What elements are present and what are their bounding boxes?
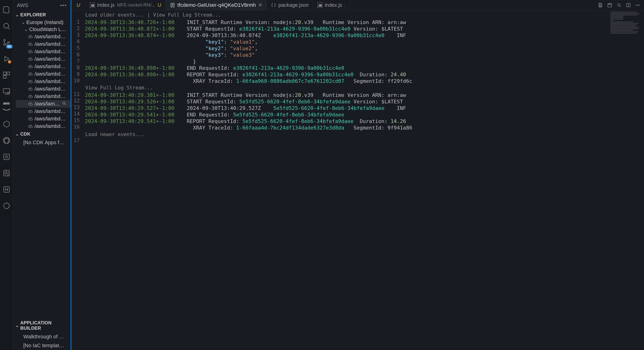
- log-file-icon: [170, 3, 175, 8]
- log-line[interactable]: [85, 139, 644, 145]
- svg-point-26: [638, 5, 638, 5]
- search-icon[interactable]: [616, 3, 622, 8]
- log-line[interactable]: 2024-09-30T13:40:29.526+-1:00 START Requ…: [85, 99, 644, 105]
- editor-tab[interactable]: JSindex.js.: [313, 0, 350, 10]
- svg-point-27: [639, 5, 640, 5]
- log-group-item[interactable]: /aws/lambda/tfc...: [16, 100, 71, 108]
- app-builder-item[interactable]: Walkthrough of Applic...: [13, 332, 71, 341]
- chevron-down-icon: ⌄: [24, 27, 28, 32]
- log-group-item[interactable]: /aws/lambda/test2-...: [16, 48, 71, 55]
- cloud-upload-icon: [28, 94, 33, 99]
- codelens-load-newer[interactable]: Load newer events...: [85, 131, 644, 139]
- log-line[interactable]: 2024-09-30T13:40:29.541+-1:00 END Reques…: [85, 112, 644, 118]
- cloud-upload-icon: [28, 49, 33, 54]
- tab-label: index.js: [97, 2, 115, 8]
- search-icon[interactable]: [62, 101, 68, 107]
- log-line[interactable]: XRAY TraceId: 1-66faaa4d-7bc24df134dade6…: [85, 125, 644, 131]
- code-content[interactable]: Load older events... | View Full Log Str…: [85, 10, 644, 350]
- log-group-label: /aws/lambda/tfcde...: [34, 93, 68, 99]
- editor-area: U JSindex.jsMFE-socket-RN/...Utfcdemo-Ge…: [71, 0, 644, 350]
- settings-gear-activity-icon[interactable]: [2, 152, 12, 162]
- minimap[interactable]: [609, 10, 644, 350]
- log-group-item[interactable]: /aws/lambda/TFC-A...: [16, 85, 71, 93]
- search-activity-icon[interactable]: [2, 21, 12, 31]
- log-group-label: /aws/lambda/TFC-A...: [34, 86, 68, 92]
- sidebar-more-icon[interactable]: •••: [60, 2, 67, 9]
- tab-label: index.js: [325, 2, 342, 8]
- log-line[interactable]: "key2": "value2",: [85, 45, 644, 52]
- log-line[interactable]: 2024-09-30T13:40:29.381+-1:00 INIT_START…: [85, 92, 644, 99]
- calendar-icon[interactable]: [607, 3, 612, 8]
- split-editor-icon[interactable]: [626, 3, 631, 8]
- hashicorp-activity-icon[interactable]: [2, 184, 12, 195]
- hex-activity-icon[interactable]: [2, 119, 12, 129]
- log-group-item[interactable]: /aws/lambda/unicre...: [16, 108, 71, 115]
- log-line[interactable]: 2024-09-30T13:36:40.874+-1:00 2024-09-30…: [85, 32, 644, 39]
- editor-body[interactable]: 1234567891011121314151617 Load older eve…: [71, 10, 644, 350]
- explorer-activity-icon[interactable]: [2, 5, 12, 15]
- unsaved-indicator-tab[interactable]: U: [71, 0, 86, 10]
- cdk-section-label: CDK: [20, 131, 30, 137]
- cloud-upload-icon: [28, 57, 33, 61]
- log-group-item[interactable]: /aws/lambda/Testc...: [16, 63, 71, 70]
- explorer-section-header[interactable]: ⌄ EXPLORER: [13, 11, 71, 19]
- github-activity-icon[interactable]: [2, 135, 12, 146]
- svg-rect-5: [7, 72, 10, 75]
- log-group-item[interactable]: /aws/lambda/test-o...: [16, 33, 71, 40]
- editor-tab[interactable]: tfcdemo-GetUser-q4QKeD1V8rmh✕: [166, 0, 267, 10]
- svg-point-8: [8, 92, 10, 94]
- aws-activity-icon[interactable]: aws: [2, 103, 12, 113]
- cdk-empty-text: [No CDK Apps found i...: [13, 138, 71, 147]
- terraform-activity-icon[interactable]: [2, 168, 12, 178]
- log-group-item[interactable]: /aws/lambda/us-ea...: [16, 115, 71, 123]
- log-group-item[interactable]: /aws/lambda/testco...: [16, 78, 71, 85]
- save-icon[interactable]: [598, 3, 603, 8]
- log-group-label: /aws/lambda/test-o...: [34, 34, 68, 40]
- more-icon[interactable]: [635, 3, 640, 8]
- cloudwatch-node[interactable]: ⌄ CloudWatch Logs: [16, 26, 71, 33]
- log-line[interactable]: XRAY TraceId: 1-66faa968-0886adb067c7e67…: [85, 78, 644, 85]
- log-group-label: /aws/lambda/testco...: [34, 78, 68, 85]
- log-group-item[interactable]: /aws/lambda/tfcde...: [16, 93, 71, 100]
- codelens-load-older[interactable]: Load older events... | View Full Log Str…: [85, 12, 644, 19]
- log-group-item[interactable]: /aws/lambda/zip-vs...: [16, 123, 71, 130]
- editor-tabs: U JSindex.jsMFE-socket-RN/...Utfcdemo-Ge…: [71, 0, 644, 10]
- editor-tab[interactable]: JSindex.jsMFE-socket-RN/...U: [86, 0, 166, 10]
- cloudwatch-label: CloudWatch Logs: [29, 26, 68, 33]
- svg-rect-21: [600, 5, 601, 6]
- log-group-item[interactable]: /aws/lambda/Testc...: [16, 55, 71, 63]
- app-builder-item: [No IaC templates fou...: [13, 341, 71, 350]
- log-line[interactable]: 2024-09-30T13:36:40.898+-1:00 END Reques…: [85, 65, 644, 71]
- log-group-item[interactable]: /aws/lambda/Testc...: [16, 70, 71, 78]
- log-line[interactable]: 2024-09-30T13:40:29.527+-1:00 2024-09-30…: [85, 105, 644, 112]
- chevron-down-icon: ⌄: [22, 20, 25, 25]
- remote-activity-icon[interactable]: [2, 86, 12, 97]
- source-control-activity-icon[interactable]: 56: [2, 37, 12, 48]
- log-group-label: /aws/lambda/unicre...: [34, 108, 68, 114]
- log-line[interactable]: 2024-09-30T13:36:40.898+-1:00 REPORT Req…: [85, 71, 644, 78]
- app-builder-section-header[interactable]: ⌄ APPLICATION BUILDER: [13, 319, 71, 332]
- log-line[interactable]: }: [85, 58, 644, 65]
- js-file-icon: JS: [317, 3, 322, 8]
- log-line[interactable]: 2024-09-30T13:40:29.541+-1:00 REPORT Req…: [85, 118, 644, 125]
- region-node[interactable]: ⌄ Europe (Ireland): [16, 19, 71, 26]
- log-line[interactable]: 2024-09-30T13:36:40.872+-1:00 START Requ…: [85, 26, 644, 32]
- close-icon[interactable]: ✕: [258, 2, 262, 8]
- svg-point-15: [63, 102, 65, 104]
- cloud-upload-icon: [28, 116, 33, 121]
- log-line[interactable]: 2024-09-30T13:36:40.726+-1:00 INIT_START…: [85, 19, 644, 26]
- log-group-label: /aws/lambda/Testc...: [34, 64, 68, 70]
- tab-label: tfcdemo-GetUser-q4QKeD1V8rmh: [178, 2, 256, 8]
- log-group-item[interactable]: /aws/lambda/test2-...: [16, 40, 71, 48]
- run-debug-activity-icon[interactable]: [2, 54, 12, 64]
- log-line[interactable]: "key1": "value1",: [85, 39, 644, 45]
- log-group-label: /aws/lambda/Testc...: [34, 71, 68, 77]
- log-line[interactable]: "key3": "value3": [85, 52, 644, 58]
- editor-tab[interactable]: package.json: [267, 0, 313, 10]
- codelens-view-stream[interactable]: View Full Log Stream...: [85, 85, 644, 92]
- log-group-label: /aws/lambda/Testc...: [34, 56, 68, 62]
- cdk-section-header[interactable]: ⌄ CDK: [13, 130, 71, 138]
- misc-activity-icon[interactable]: [2, 201, 12, 211]
- editor-title-actions: [594, 0, 644, 10]
- extensions-activity-icon[interactable]: [2, 70, 12, 80]
